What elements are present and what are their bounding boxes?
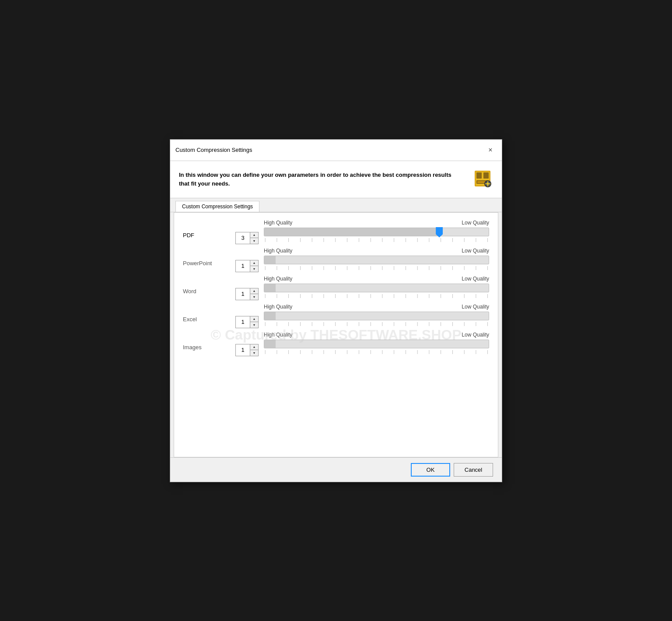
footer: OK Cancel (170, 457, 502, 482)
tick-excel-10 (382, 322, 383, 326)
tick-powerpoint-13 (417, 266, 418, 270)
high-quality-label-pdf: High Quality (264, 220, 292, 226)
spinner-word: 1▲▼ (235, 288, 259, 300)
high-quality-label-word: High Quality (264, 276, 292, 282)
tick-images-7 (346, 350, 347, 354)
slider-track-pdf[interactable] (264, 228, 489, 236)
tick-powerpoint-18 (476, 266, 476, 270)
tick-pdf-2 (288, 238, 289, 242)
tick-powerpoint-16 (452, 266, 453, 270)
slider-fill-images (264, 340, 276, 348)
tick-excel-9 (370, 322, 371, 326)
content-area: © Captured by THESOFTWARE.SHOP PDF3▲▼Hig… (174, 212, 498, 457)
quality-labels-excel: High QualityLow Quality (264, 304, 489, 310)
content-wrapper: © Captured by THESOFTWARE.SHOP PDF3▲▼Hig… (170, 212, 502, 457)
description-area: In this window you can define your own p… (170, 161, 502, 198)
tick-word-2 (288, 294, 289, 298)
slider-section-powerpoint: High QualityLow Quality (264, 248, 489, 270)
spinner-arrows-pdf: ▲▼ (250, 232, 259, 244)
spinner-arrows-images: ▲▼ (250, 344, 259, 356)
tick-powerpoint-15 (440, 266, 441, 270)
label-word: Word (183, 276, 235, 295)
tick-images-3 (300, 350, 301, 354)
slider-thumb-pdf[interactable] (436, 227, 443, 238)
slider-track-excel[interactable] (264, 312, 489, 320)
dialog: Custom Compression Settings × In this wi… (170, 139, 502, 482)
tick-excel-17 (464, 322, 465, 326)
description-text: In this window you can define your own p… (179, 171, 459, 188)
low-quality-label-images: Low Quality (462, 332, 489, 338)
spinner-up-images[interactable]: ▲ (250, 344, 258, 351)
cancel-button[interactable]: Cancel (454, 463, 493, 477)
low-quality-label-word: Low Quality (462, 276, 489, 282)
slider-track-images[interactable] (264, 340, 489, 348)
tick-pdf-14 (429, 238, 430, 242)
spinner-arrows-word: ▲▼ (250, 288, 259, 300)
close-button[interactable]: × (484, 144, 497, 156)
tick-pdf-17 (464, 238, 465, 242)
tick-excel-5 (323, 322, 324, 326)
spinner-powerpoint: 1▲▼ (235, 260, 259, 272)
tick-word-12 (405, 294, 406, 298)
tick-word-11 (393, 294, 394, 298)
tick-images-18 (476, 350, 476, 354)
tick-images-5 (323, 350, 324, 354)
spinner-down-pdf[interactable]: ▼ (250, 238, 258, 244)
spinner-up-excel[interactable]: ▲ (250, 316, 258, 323)
tick-excel-7 (346, 322, 347, 326)
tab-custom-compression[interactable]: Custom Compression Settings (175, 201, 259, 212)
slider-fill-excel (264, 312, 276, 320)
spinner-down-word[interactable]: ▼ (250, 294, 258, 300)
quality-labels-powerpoint: High QualityLow Quality (264, 248, 489, 254)
spinner-up-word[interactable]: ▲ (250, 288, 258, 295)
svg-rect-3 (483, 172, 489, 179)
slider-fill-word (264, 284, 276, 292)
tick-excel-12 (405, 322, 406, 326)
tick-powerpoint-19 (487, 266, 488, 270)
tick-images-4 (312, 350, 312, 354)
spinner-down-excel[interactable]: ▼ (250, 322, 258, 328)
label-pdf: PDF (183, 220, 235, 239)
spinner-value-images: 1 (235, 344, 250, 356)
tick-excel-16 (452, 322, 453, 326)
tick-powerpoint-11 (393, 266, 394, 270)
tick-images-13 (417, 350, 418, 354)
tick-pdf-11 (393, 238, 394, 242)
slider-fill-powerpoint (264, 256, 276, 264)
spinner-down-images[interactable]: ▼ (250, 350, 258, 356)
rows-container: PDF3▲▼High QualityLow QualityPowerPoint1… (183, 220, 489, 356)
slider-section-excel: High QualityLow Quality (264, 304, 489, 326)
tick-word-16 (452, 294, 453, 298)
tick-images-11 (393, 350, 394, 354)
spinner-arrows-excel: ▲▼ (250, 316, 259, 328)
tick-pdf-4 (312, 238, 312, 242)
tick-powerpoint-9 (370, 266, 371, 270)
tick-powerpoint-4 (312, 266, 312, 270)
tick-pdf-12 (405, 238, 406, 242)
slider-ticks-excel (264, 322, 489, 326)
spinner-up-powerpoint[interactable]: ▲ (250, 260, 258, 267)
tick-powerpoint-0 (265, 266, 266, 270)
row-pdf: PDF3▲▼High QualityLow Quality (183, 220, 489, 244)
spinner-up-pdf[interactable]: ▲ (250, 232, 258, 239)
tick-images-12 (405, 350, 406, 354)
slider-ticks-powerpoint (264, 266, 489, 270)
label-images: Images (183, 332, 235, 351)
low-quality-label-pdf: Low Quality (462, 220, 489, 226)
slider-section-word: High QualityLow Quality (264, 276, 489, 298)
slider-ticks-pdf (264, 238, 489, 242)
spinner-down-powerpoint[interactable]: ▼ (250, 266, 258, 272)
tick-images-17 (464, 350, 465, 354)
tick-powerpoint-10 (382, 266, 383, 270)
tick-pdf-13 (417, 238, 418, 242)
slider-track-powerpoint[interactable] (264, 256, 489, 264)
slider-track-word[interactable] (264, 284, 489, 292)
svg-rect-2 (476, 172, 482, 179)
quality-labels-pdf: High QualityLow Quality (264, 220, 489, 226)
tick-word-3 (300, 294, 301, 298)
tick-pdf-16 (452, 238, 453, 242)
ok-button[interactable]: OK (411, 463, 450, 477)
tick-excel-11 (393, 322, 394, 326)
tick-excel-8 (358, 322, 359, 326)
slider-fill-pdf (264, 228, 439, 236)
